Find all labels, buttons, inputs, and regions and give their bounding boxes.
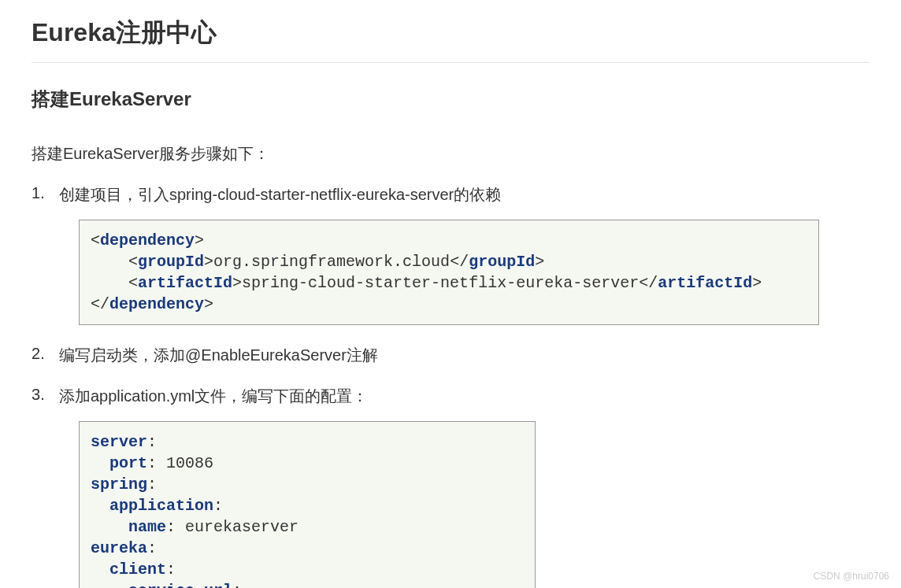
page-title: Eureka注册中心 (32, 16, 869, 63)
step-1: 创建项目，引入spring-cloud-starter-netflix-eure… (32, 184, 869, 325)
intro-text: 搭建EurekaServer服务步骤如下： (32, 143, 869, 165)
step-2-text: 编写启动类，添加@EnableEurekaServer注解 (59, 346, 378, 364)
step-1-text: 创建项目，引入spring-cloud-starter-netflix-eure… (59, 186, 501, 203)
step-3-text: 添加application.yml文件，编写下面的配置： (59, 387, 368, 405)
step-3: 添加application.yml文件，编写下面的配置： server: por… (32, 386, 869, 588)
code-xml-dependency: <dependency> <groupId>org.springframewor… (79, 220, 819, 325)
step-2: 编写启动类，添加@EnableEurekaServer注解 (32, 345, 869, 366)
section-title: 搭建EurekaServer (32, 87, 869, 112)
watermark: CSDN @hrui0706 (814, 571, 889, 582)
code-yaml-config: server: port: 10086 spring: application:… (79, 421, 536, 588)
steps-list: 创建项目，引入spring-cloud-starter-netflix-eure… (32, 184, 869, 588)
